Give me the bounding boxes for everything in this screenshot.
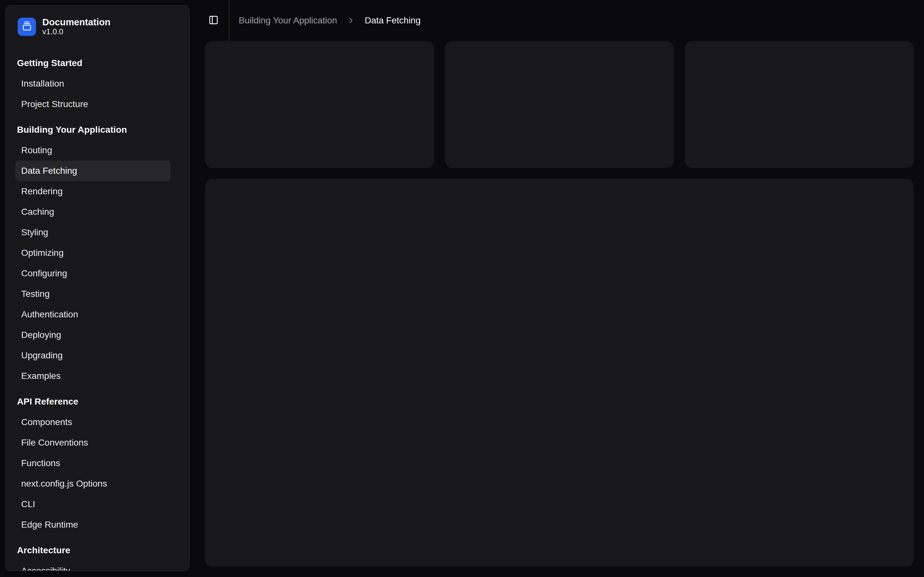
sidebar-item-deploying[interactable]: Deploying xyxy=(15,325,171,345)
sidebar-item-caching[interactable]: Caching xyxy=(15,201,171,222)
sidebar-item-file-conventions[interactable]: File Conventions xyxy=(15,432,171,453)
main-area: Building Your Application Data Fetching xyxy=(190,0,924,577)
sidebar-header: Documentation v1.0.0 xyxy=(6,6,189,53)
placeholder-card-2 xyxy=(445,41,674,168)
breadcrumb-current: Data Fetching xyxy=(365,15,421,26)
sidebar-nav: Getting StartedInstallationProject Struc… xyxy=(6,53,189,571)
breadcrumb-link-parent[interactable]: Building Your Application xyxy=(239,15,337,26)
header-separator xyxy=(229,0,229,41)
sidebar-item-accessibility[interactable]: Accessibility xyxy=(15,561,171,571)
sidebar-item-upgrading[interactable]: Upgrading xyxy=(15,345,171,366)
sidebar-item-authentication[interactable]: Authentication xyxy=(15,304,171,325)
sidebar-item-optimizing[interactable]: Optimizing xyxy=(15,243,171,263)
chevron-right-icon xyxy=(347,16,355,25)
sidebar-item-testing[interactable]: Testing xyxy=(15,284,171,304)
sidebar-item-styling[interactable]: Styling xyxy=(15,222,171,243)
app-logo[interactable] xyxy=(18,18,36,36)
app-version: v1.0.0 xyxy=(42,27,110,36)
sidebar-item-rendering[interactable]: Rendering xyxy=(15,181,171,201)
sidebar-group-label-api-reference: API Reference xyxy=(6,392,189,412)
placeholder-cards-row xyxy=(205,41,914,168)
app-title: Documentation xyxy=(42,17,110,27)
sidebar: Documentation v1.0.0 Getting StartedInst… xyxy=(5,5,190,571)
sidebar-item-data-fetching[interactable]: Data Fetching xyxy=(15,161,171,181)
sidebar-item-project-structure[interactable]: Project Structure xyxy=(15,94,171,114)
sidebar-group-label-getting-started: Getting Started xyxy=(6,53,189,73)
sidebar-item-functions[interactable]: Functions xyxy=(15,453,171,474)
sidebar-item-cli[interactable]: CLI xyxy=(15,494,171,514)
breadcrumb: Building Your Application Data Fetching xyxy=(239,15,421,26)
placeholder-panel xyxy=(205,179,914,567)
sidebar-group-getting-started: Getting StartedInstallationProject Struc… xyxy=(6,53,189,114)
sidebar-item-examples[interactable]: Examples xyxy=(15,366,171,386)
sidebar-item-routing[interactable]: Routing xyxy=(15,140,171,161)
sidebar-item-configuring[interactable]: Configuring xyxy=(15,263,171,284)
sidebar-item-components[interactable]: Components xyxy=(15,412,171,432)
gallery-vertical-end-icon xyxy=(22,21,32,32)
sidebar-group-label-building-your-application: Building Your Application xyxy=(6,119,189,140)
sidebar-group-api-reference: API ReferenceComponentsFile ConventionsF… xyxy=(6,392,189,535)
placeholder-card-1 xyxy=(205,41,434,168)
sidebar-item-edge-runtime[interactable]: Edge Runtime xyxy=(15,514,171,535)
sidebar-item-next-config-js-options[interactable]: next.config.js Options xyxy=(15,474,171,494)
sidebar-item-installation[interactable]: Installation xyxy=(15,73,171,94)
sidebar-group-building-your-application: Building Your ApplicationRoutingData Fet… xyxy=(6,119,189,386)
sidebar-toggle-button[interactable] xyxy=(207,15,220,27)
panel-left-icon xyxy=(208,15,218,26)
sidebar-group-architecture: ArchitectureAccessibility xyxy=(6,540,189,571)
sidebar-group-label-architecture: Architecture xyxy=(6,540,189,561)
content xyxy=(205,41,914,567)
placeholder-card-3 xyxy=(685,41,914,168)
topbar: Building Your Application Data Fetching xyxy=(190,0,924,41)
